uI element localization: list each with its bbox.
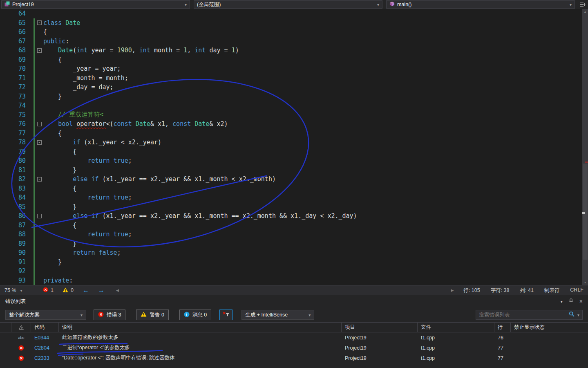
code-line[interactable]: 80 return true; <box>0 156 588 166</box>
fold-gutter[interactable]: - <box>35 119 43 129</box>
error-file: t1.cpp <box>418 335 494 341</box>
scope-dropdown[interactable]: (全局范围) ▾ <box>194 0 382 9</box>
messages-toggle-button[interactable]: 消息 0 <box>179 310 211 320</box>
code-line[interactable]: 66{ <box>0 27 588 37</box>
search-box[interactable]: ▾ <box>476 310 583 320</box>
status-char[interactable]: 字符: 38 <box>491 287 510 294</box>
project-dropdown[interactable]: Project19 ▾ <box>1 0 190 9</box>
code-line[interactable]: 73 } <box>0 92 588 101</box>
source-filter-dropdown[interactable]: 生成 + IntelliSense ▾ <box>241 310 314 320</box>
line-number: 91 <box>0 258 29 266</box>
code-line[interactable]: 85 } <box>0 202 588 212</box>
warnings-toggle-button[interactable]: 警告 0 <box>136 310 168 320</box>
code-line[interactable]: 71 _month = month; <box>0 74 588 83</box>
column-header-code[interactable]: 代码 <box>31 323 59 332</box>
fold-collapse-icon[interactable]: - <box>37 20 42 25</box>
window-menu-icon[interactable]: ▾ <box>561 299 563 304</box>
code-line[interactable]: 89 } <box>0 239 588 249</box>
code-line[interactable]: 70 _year = year; <box>0 64 588 74</box>
error-row[interactable]: C2804二进制“operator <”的参数太多Project19t1.cpp… <box>0 343 588 353</box>
status-col[interactable]: 列: 41 <box>520 287 533 294</box>
scroll-up-icon[interactable]: ▲ <box>582 9 588 14</box>
column-header-suppression[interactable]: 禁止显示状态 <box>511 323 588 332</box>
error-code-link[interactable]: C2804 <box>31 345 59 351</box>
scroll-down-icon[interactable]: ▼ <box>582 280 588 285</box>
code-line[interactable]: 86- else if (x1._year == x2._year && x1.… <box>0 211 588 221</box>
panel-title: 错误列表 <box>5 298 26 305</box>
errors-toggle-button[interactable]: 错误 3 <box>94 310 125 320</box>
member-dropdown[interactable]: main() ▾ <box>386 0 575 9</box>
search-input[interactable] <box>479 312 566 318</box>
status-eol[interactable]: CRLF <box>570 287 584 294</box>
code-line[interactable]: 79 { <box>0 147 588 157</box>
code-area: 6465-class Date66{67public:68- Date(int … <box>0 9 588 285</box>
code-line[interactable]: 81 } <box>0 166 588 175</box>
error-count-indicator[interactable]: 1 <box>43 287 54 294</box>
fold-collapse-icon[interactable]: - <box>37 214 42 218</box>
code-editor[interactable]: 6465-class Date66{67public:68- Date(int … <box>0 9 588 285</box>
line-number: 65 <box>0 19 29 27</box>
code-line[interactable]: 68- Date(int year = 1900, int month = 1,… <box>0 46 588 55</box>
code-line[interactable]: 87 { <box>0 221 588 230</box>
panel-title-bar: 错误列表 ▾ × <box>0 295 588 307</box>
error-code-link[interactable]: E0344 <box>31 335 59 341</box>
code-line[interactable]: 74 <box>0 101 588 110</box>
navigate-back-icon[interactable]: ← <box>83 287 89 294</box>
fold-collapse-icon[interactable]: - <box>37 48 42 53</box>
warning-count-indicator[interactable]: 0 <box>63 287 74 294</box>
fold-gutter <box>35 92 43 101</box>
code-line[interactable]: 88 return true; <box>0 230 588 239</box>
column-header-description[interactable]: 说明 <box>59 323 342 332</box>
column-header-project[interactable]: 项目 <box>342 323 418 332</box>
navigate-forward-icon[interactable]: → <box>98 287 105 294</box>
code-line[interactable]: 84 return true; <box>0 193 588 202</box>
code-line[interactable]: 76- bool operator<(const Date& x1, const… <box>0 119 588 129</box>
code-line[interactable]: 83 { <box>0 184 588 193</box>
code-line[interactable]: 67public: <box>0 37 588 46</box>
line-number: 89 <box>0 240 29 247</box>
fold-gutter <box>35 129 43 138</box>
scope-filter-dropdown[interactable]: 整个解决方案 ▾ <box>5 310 86 320</box>
outline-toggle-icon[interactable] <box>579 0 587 9</box>
line-number: 88 <box>0 231 29 238</box>
squiggle-abc-icon: abc <box>18 336 25 340</box>
hscroll-right-icon[interactable]: ▶ <box>451 288 454 292</box>
search-icon[interactable] <box>569 311 575 319</box>
code-line[interactable]: 93private: <box>0 276 588 285</box>
chevron-down-icon[interactable]: ▾ <box>577 313 579 317</box>
fold-collapse-icon[interactable]: - <box>37 140 42 145</box>
close-icon[interactable]: × <box>579 298 583 305</box>
pin-icon[interactable] <box>569 298 573 305</box>
status-tabs[interactable]: 制表符 <box>544 287 560 294</box>
vertical-scrollbar[interactable]: ▲ ▼ <box>582 9 588 285</box>
fold-gutter[interactable]: - <box>35 138 43 147</box>
error-row[interactable]: C2333“Date::operator <”: 函数声明中有错误; 跳过函数体… <box>0 353 588 363</box>
code-line[interactable]: 91 } <box>0 258 588 267</box>
error-row[interactable]: abcE0344此运算符函数的参数太多Project19t1.cpp76 <box>0 332 588 343</box>
code-line[interactable]: 82- else if (x1._year == x2._year && x1.… <box>0 175 588 184</box>
fold-gutter[interactable]: - <box>35 211 43 221</box>
code-line[interactable]: 77 { <box>0 129 588 138</box>
hscroll-left-icon[interactable]: ◀ <box>116 288 119 292</box>
code-line[interactable]: 69 { <box>0 55 588 65</box>
code-line[interactable]: 78- if (x1._year < x2._year) <box>0 138 588 147</box>
code-line[interactable]: 75 // 重载运算符< <box>0 110 588 120</box>
zoom-dropdown[interactable]: 75 % ▾ <box>4 287 34 293</box>
fold-collapse-icon[interactable]: - <box>37 122 42 126</box>
column-header-line[interactable]: 行 <box>494 323 511 332</box>
code-text: return true; <box>43 194 132 201</box>
fold-gutter[interactable]: - <box>35 18 43 28</box>
code-line[interactable]: 64 <box>0 9 588 18</box>
filter-button[interactable] <box>219 310 233 320</box>
column-header-file[interactable]: 文件 <box>418 323 494 332</box>
code-line[interactable]: 72 _day = day; <box>0 83 588 92</box>
fold-gutter[interactable]: - <box>35 46 43 55</box>
error-code-link[interactable]: C2333 <box>31 355 59 361</box>
code-line[interactable]: 65-class Date <box>0 18 588 28</box>
status-line[interactable]: 行: 105 <box>463 287 480 294</box>
fold-gutter[interactable]: - <box>35 175 43 184</box>
code-line[interactable]: 90 return false; <box>0 248 588 258</box>
fold-collapse-icon[interactable]: - <box>37 177 42 182</box>
code-line[interactable]: 92 <box>0 267 588 276</box>
severity-column-header[interactable] <box>11 323 31 332</box>
